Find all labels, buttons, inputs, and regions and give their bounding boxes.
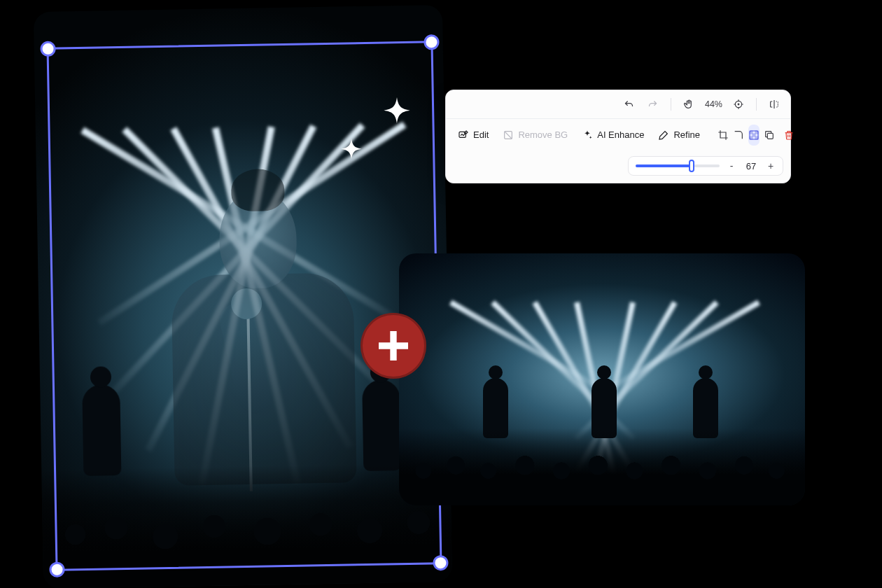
trash-icon — [783, 130, 794, 141]
redo-button[interactable] — [644, 95, 662, 113]
edit-label: Edit — [473, 130, 489, 140]
sparkle-icon — [582, 130, 593, 141]
musician-silhouette — [82, 384, 121, 476]
zoom-level[interactable]: 44% — [704, 99, 724, 109]
svg-rect-9 — [755, 136, 758, 139]
svg-rect-7 — [752, 134, 755, 136]
edit-icon — [458, 130, 469, 141]
opacity-slider-control: - 67 + — [628, 156, 783, 176]
undo-button[interactable] — [620, 95, 638, 113]
overlay-singer-portrait — [141, 146, 370, 486]
toolbar-slider-row: - 67 + — [446, 150, 790, 183]
remove-bg-label: Remove BG — [518, 130, 568, 140]
undo-icon — [624, 99, 634, 110]
refine-label: Refine — [673, 130, 700, 140]
refine-tool[interactable]: Refine — [653, 126, 705, 144]
separator — [756, 98, 757, 111]
increment-button[interactable]: + — [766, 160, 776, 172]
hand-icon — [683, 99, 694, 110]
crop-icon — [718, 130, 729, 141]
plus-icon — [374, 326, 413, 365]
redo-icon — [648, 99, 658, 110]
flip-button[interactable] — [765, 95, 783, 113]
decrement-button[interactable]: - — [727, 160, 736, 172]
duplicate-tool[interactable] — [764, 125, 775, 146]
edit-tool[interactable]: Edit — [453, 126, 493, 144]
main-image[interactable] — [34, 5, 452, 588]
crosshair-icon — [733, 99, 744, 110]
slider-fill — [636, 164, 692, 167]
separator — [671, 98, 671, 111]
svg-rect-8 — [750, 136, 752, 139]
copy-icon — [764, 130, 775, 141]
svg-point-1 — [738, 104, 739, 105]
svg-rect-6 — [755, 131, 758, 134]
fit-view-button[interactable] — [729, 95, 748, 113]
remove-bg-icon — [503, 130, 514, 141]
corner-radius-tool[interactable] — [733, 125, 744, 146]
crowd-silhouette — [399, 428, 805, 505]
opacity-value[interactable]: 67 — [743, 161, 759, 172]
crop-tool[interactable] — [718, 125, 729, 146]
pan-button[interactable] — [680, 95, 698, 113]
delete-tool[interactable] — [783, 125, 794, 146]
add-image-button[interactable] — [360, 313, 426, 379]
editor-toolbar: 44% Edit Remove BG AI Enhance — [445, 90, 791, 183]
flip-icon — [769, 99, 780, 110]
svg-rect-10 — [767, 133, 773, 139]
brush-icon — [658, 130, 669, 141]
secondary-image-thumbnail[interactable] — [399, 253, 805, 505]
crowd-silhouette — [41, 463, 452, 588]
toolbar-top-row: 44% — [446, 90, 790, 118]
corner-icon — [733, 130, 744, 141]
slider-thumb[interactable] — [689, 160, 694, 172]
transparency-icon — [748, 130, 760, 141]
toolbar-tools-row: Edit Remove BG AI Enhance Refine — [446, 118, 790, 150]
opacity-slider[interactable] — [636, 164, 720, 167]
svg-rect-5 — [750, 131, 752, 134]
ai-enhance-tool[interactable]: AI Enhance — [577, 126, 649, 144]
canvas-selected-image[interactable] — [34, 5, 452, 588]
opacity-tool[interactable] — [748, 125, 760, 146]
remove-bg-tool[interactable]: Remove BG — [498, 126, 573, 144]
ai-enhance-label: AI Enhance — [597, 130, 644, 140]
